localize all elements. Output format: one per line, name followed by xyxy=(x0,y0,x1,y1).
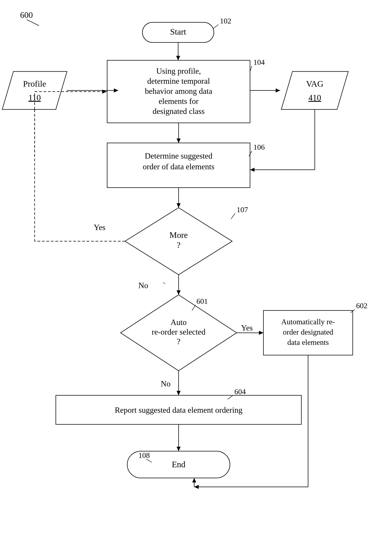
fig-label: 600 xyxy=(20,10,33,20)
label-108: 108 xyxy=(138,451,150,459)
profile-label: Profile xyxy=(23,79,46,88)
svg-line-0 xyxy=(27,20,39,26)
decision1-text-1: More xyxy=(169,230,188,240)
yes-label: Yes xyxy=(94,223,105,232)
label-107: 107 xyxy=(237,205,248,214)
label-601: 601 xyxy=(196,297,208,305)
vag-id: 410 xyxy=(308,93,321,102)
no-label-2: No xyxy=(161,379,171,388)
process3-text-3: data elements xyxy=(287,338,329,346)
svg-marker-4 xyxy=(176,56,180,60)
svg-marker-36 xyxy=(177,391,181,395)
no-label-1: No xyxy=(138,281,148,290)
process1-text-4: elements for xyxy=(159,97,199,106)
svg-marker-15 xyxy=(177,139,181,143)
decision2-text-1: Auto xyxy=(171,318,187,327)
label-104: 104 xyxy=(253,58,265,66)
svg-marker-27 xyxy=(177,290,181,295)
svg-marker-42 xyxy=(192,478,196,482)
label-106: 106 xyxy=(253,143,265,151)
flowchart-diagram: 600 Start 102 Profile 110 VAG 410 104 Us… xyxy=(0,0,392,551)
process3-text-1: Automatically re- xyxy=(281,318,335,326)
decision2-text-2: re-order selected xyxy=(152,327,206,336)
svg-line-40 xyxy=(146,459,152,462)
vag-shape xyxy=(281,71,348,109)
label-602: 602 xyxy=(356,302,367,310)
label-604: 604 xyxy=(234,388,246,396)
svg-marker-39 xyxy=(177,447,181,451)
svg-marker-24 xyxy=(102,90,107,94)
yes-label-2: Yes xyxy=(241,323,253,332)
process2-text-2: order of data elements xyxy=(143,162,215,171)
start-label: Start xyxy=(170,27,186,36)
process3-text-2: order designated xyxy=(283,328,333,336)
svg-line-19 xyxy=(231,213,235,219)
svg-line-37 xyxy=(228,395,233,399)
process1-text-2: determine temporal xyxy=(147,77,210,85)
process1-text-1: Using profile, xyxy=(156,67,201,76)
svg-line-2 xyxy=(213,25,218,28)
decision2-text-3: ? xyxy=(177,337,180,346)
process2-text-1: Determine suggested xyxy=(145,151,212,160)
svg-marker-6 xyxy=(114,88,118,92)
svg-marker-30 xyxy=(259,331,263,335)
label-102: 102 xyxy=(220,17,231,25)
svg-marker-13 xyxy=(250,168,254,172)
process4-text: Report suggested data element ordering xyxy=(115,406,242,415)
process1-text-5: designated class xyxy=(153,107,205,116)
svg-line-28 xyxy=(192,305,196,311)
decision1-text-2: ? xyxy=(177,240,181,250)
process1-text-3: behavior among data xyxy=(145,87,212,96)
svg-marker-10 xyxy=(276,88,280,92)
vag-label: VAG xyxy=(306,79,323,88)
svg-line-16 xyxy=(249,151,252,156)
svg-marker-34 xyxy=(194,485,199,489)
svg-marker-18 xyxy=(177,203,181,208)
svg-line-25 xyxy=(163,283,165,284)
end-label: End xyxy=(172,460,185,469)
